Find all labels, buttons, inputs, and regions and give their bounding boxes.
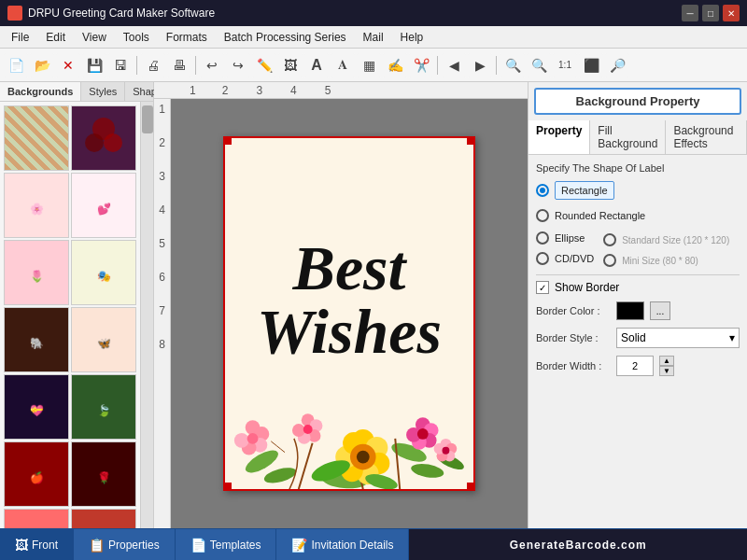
tb-text-a[interactable]: A [304, 53, 329, 77]
radio-cddvd-label: CD/DVD [555, 253, 594, 264]
bg-thumb-14[interactable]: 🌻 [71, 509, 136, 528]
tb-new[interactable]: 📄 [4, 53, 28, 77]
tb-undo[interactable]: ↩ [200, 53, 224, 77]
tb-image[interactable]: 🖼 [278, 53, 303, 77]
spinner-up[interactable]: ▲ [659, 356, 674, 366]
spinner-down[interactable]: ▼ [659, 366, 674, 376]
menu-edit[interactable]: Edit [38, 29, 73, 46]
front-icon: 🖼 [15, 538, 28, 553]
minimize-button[interactable]: ─ [682, 5, 698, 21]
menu-view[interactable]: View [75, 29, 114, 46]
radio-standard-size[interactable]: Standard Size (120 * 120) [603, 233, 729, 246]
border-color-swatch[interactable] [616, 301, 644, 320]
tb-pencil[interactable]: ✏️ [252, 53, 276, 77]
tab-properties[interactable]: 📋 Properties [74, 529, 176, 560]
card-text-best: Best [293, 236, 406, 300]
radio-ellipse[interactable]: Ellipse [536, 231, 594, 245]
tab-templates[interactable]: 📄 Templates [176, 529, 277, 560]
svg-text:🦋: 🦋 [97, 336, 111, 350]
tb-close-red[interactable]: ✕ [56, 53, 80, 77]
close-button[interactable]: ✕ [723, 5, 740, 21]
border-style-select[interactable]: Solid ▾ [616, 328, 740, 348]
tb-zoom-reset[interactable]: 1:1 [553, 53, 577, 77]
menu-help[interactable]: Help [393, 29, 431, 46]
tb-arrow-left[interactable]: ◀ [442, 53, 466, 77]
menu-tools[interactable]: Tools [116, 29, 157, 46]
tb-zoom-in[interactable]: 🔍 [500, 53, 525, 77]
toolbar: 📄 📂 ✕ 💾 🖫 🖨 🖶 ↩ ↪ ✏️ 🖼 A 𝐀 ▦ ✍ ✂️ ◀ ▶ 🔍 … [0, 49, 747, 82]
tab-background-effects[interactable]: Background Effects [666, 120, 747, 154]
svg-point-34 [303, 425, 313, 434]
tb-text-b[interactable]: 𝐀 [331, 53, 355, 77]
tb-open-folder[interactable]: 📂 [30, 53, 54, 77]
menu-mail[interactable]: Mail [356, 29, 391, 46]
border-width-value[interactable]: 2 [616, 356, 654, 376]
tb-arrow-right[interactable]: ▶ [468, 53, 492, 77]
border-color-picker-btn[interactable]: ... [650, 301, 670, 320]
radio-std-circle[interactable] [603, 233, 616, 246]
tab-property[interactable]: Property [529, 120, 590, 154]
tb-print2[interactable]: 🖶 [167, 53, 191, 77]
radio-rectangle-label: Rectangle [561, 185, 608, 196]
bg-thumb-2[interactable] [71, 105, 136, 171]
tab-front-label: Front [32, 539, 58, 552]
bg-thumb-4[interactable]: 💕 [71, 173, 136, 238]
show-border-row[interactable]: ✓ Show Border [536, 281, 740, 294]
radio-rounded-circle[interactable] [536, 209, 549, 222]
tb-fit[interactable]: ⬛ [579, 53, 603, 77]
svg-point-18 [410, 461, 444, 480]
section-title: Specify The Shape Of Label [536, 162, 740, 174]
radio-cddvd[interactable]: CD/DVD [536, 252, 594, 265]
radio-std-label: Standard Size (120 * 120) [622, 235, 729, 245]
app-icon [7, 6, 22, 21]
tb-save[interactable]: 💾 [82, 53, 106, 77]
canvas-with-ruler: 1 2 3 4 5 12345678 Best Wish [154, 82, 528, 528]
radio-rounded-rect[interactable]: Rounded Rectangle [536, 209, 740, 222]
radio-rectangle-circle[interactable] [536, 184, 549, 197]
radio-mini-circle[interactable] [603, 254, 616, 267]
tb-sign[interactable]: ✍ [383, 53, 407, 77]
radio-mini-size[interactable]: Mini Size (80 * 80) [603, 254, 729, 267]
bg-thumb-3[interactable]: 🌸 [4, 173, 69, 238]
bg-thumb-12[interactable]: 🌹 [71, 441, 136, 507]
bg-thumb-7[interactable]: 🐘 [4, 307, 69, 372]
right-panel: Background Property Property Fill Backgr… [528, 82, 747, 528]
canvas-content[interactable]: Best Wishes [171, 99, 528, 528]
bg-thumb-6[interactable]: 🎭 [71, 240, 136, 305]
menu-batch[interactable]: Batch Processing Series [217, 29, 354, 46]
show-border-checkbox[interactable]: ✓ [536, 281, 549, 294]
maximize-button[interactable]: □ [702, 5, 719, 21]
menu-bar: File Edit View Tools Formats Batch Proce… [0, 26, 747, 49]
scroll-bar[interactable] [140, 102, 153, 528]
tb-save2[interactable]: 🖫 [108, 53, 133, 77]
bg-thumb-1[interactable] [4, 105, 69, 171]
radio-ellipse-circle[interactable] [536, 231, 549, 245]
bg-thumb-11[interactable]: 🍎 [4, 441, 69, 507]
bg-thumb-13[interactable]: ❄️ [4, 509, 69, 528]
menu-file[interactable]: File [4, 29, 36, 46]
canvas-row: 12345678 Best Wishes [154, 99, 528, 528]
tb-sep4 [496, 56, 497, 75]
tb-search[interactable]: 🔎 [605, 53, 629, 77]
bg-thumb-10[interactable]: 🍃 [71, 374, 136, 440]
tab-fill-background[interactable]: Fill Background [590, 120, 666, 154]
radio-rectangle[interactable]: Rectangle [536, 181, 740, 200]
bg-thumb-8[interactable]: 🦋 [71, 307, 136, 372]
bg-thumb-9[interactable]: 💝 [4, 374, 69, 440]
tab-styles[interactable]: Styles [81, 82, 125, 101]
tb-sep1 [136, 56, 137, 75]
tb-redo[interactable]: ↪ [226, 53, 250, 77]
tb-zoom-out[interactable]: 🔍 [527, 53, 551, 77]
svg-point-58 [442, 447, 449, 455]
svg-point-1 [85, 133, 104, 152]
radio-rounded-label: Rounded Rectangle [555, 210, 645, 221]
tab-backgrounds[interactable]: Backgrounds [0, 82, 81, 101]
tab-front[interactable]: 🖼 Front [0, 529, 74, 560]
tab-invitation[interactable]: 📝 Invitation Details [276, 529, 409, 560]
menu-formats[interactable]: Formats [159, 29, 215, 46]
bg-thumb-5[interactable]: 🌷 [4, 240, 69, 305]
tb-print[interactable]: 🖨 [141, 53, 165, 77]
tb-scissors[interactable]: ✂️ [409, 53, 433, 77]
radio-cddvd-circle[interactable] [536, 252, 549, 265]
tb-barcode[interactable]: ▦ [357, 53, 381, 77]
